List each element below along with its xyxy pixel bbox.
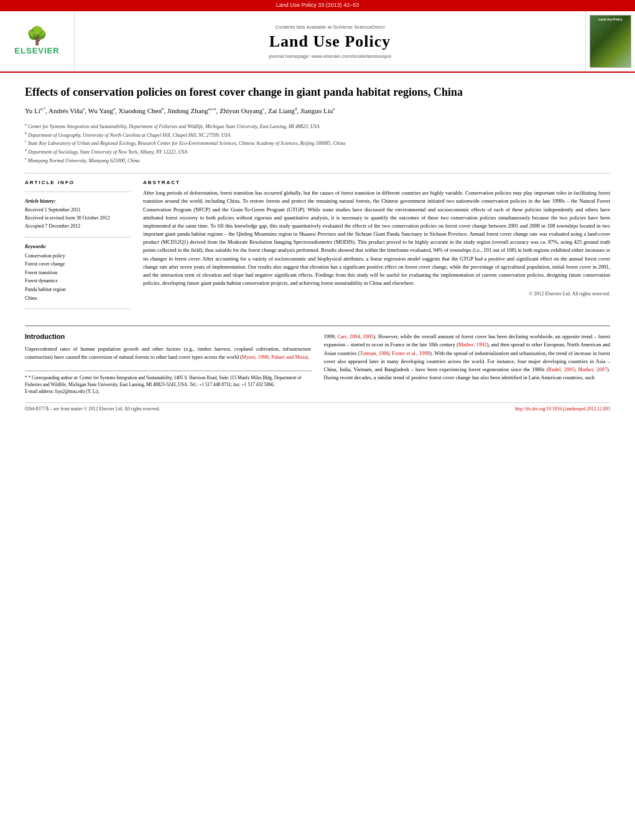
- intro-heading: Introduction: [25, 333, 312, 340]
- paper-title: Effects of conservation policies on fore…: [25, 85, 610, 99]
- abstract-col: ABSTRACT After long periods of deforesta…: [143, 180, 610, 315]
- introduction-cols: Introduction Unprecedented rates of huma…: [25, 333, 610, 395]
- mather-2007-link[interactable]: Mather, 2007: [578, 366, 607, 372]
- sciverse-line: Contents lists available at SciVerse Sci…: [81, 24, 579, 30]
- cover-image: Land Use Policy: [590, 15, 631, 68]
- keyword-1: Conservation policy: [25, 252, 131, 261]
- cover-title-text: Land Use Policy: [598, 17, 623, 21]
- bottom-bar: 0264-8377/$ – see front matter © 2012 El…: [25, 402, 610, 412]
- abstract-text: After long periods of deforestation, for…: [143, 189, 610, 287]
- carr-2005-link[interactable]: 2005: [363, 333, 374, 339]
- affiliation-d: d Department of Sociology, State Univers…: [25, 147, 610, 156]
- article-info-heading: ARTICLE INFO: [25, 180, 131, 185]
- bottom-divider: [25, 325, 610, 326]
- elsevier-logo: 🌳 ELSEVIER: [0, 11, 75, 72]
- intro-left-col: Introduction Unprecedented rates of huma…: [25, 333, 312, 395]
- keyword-6: China: [25, 294, 131, 303]
- affiliation-a: a Center for Systems Integration and Sus…: [25, 122, 610, 131]
- affiliations: a Center for Systems Integration and Sus…: [25, 122, 610, 164]
- header-area: 🌳 ELSEVIER Contents lists available at S…: [0, 10, 635, 73]
- divider-left-mid: [25, 237, 131, 238]
- article-info-abstract-cols: ARTICLE INFO Article history: Received 1…: [25, 180, 610, 315]
- myers-link[interactable]: Myers, 1990: [242, 354, 269, 360]
- history-label: Article history:: [25, 198, 131, 204]
- copyright-line: © 2012 Elsevier Ltd. All rights reserved…: [143, 291, 610, 297]
- keyword-2: Forest cover change: [25, 260, 131, 269]
- keyword-3: Forest transition: [25, 269, 131, 277]
- abstract-heading: ABSTRACT: [143, 180, 610, 185]
- journal-bar: Land Use Policy 33 (2013) 42–53: [0, 0, 635, 10]
- divider-left-top: [25, 192, 131, 192]
- footnote-area: * * Corresponding author at: Center for …: [25, 371, 312, 395]
- doi-link[interactable]: http://dx.doi.org/10.1016/j.landusepol.2…: [515, 406, 610, 412]
- accepted-line: Accepted 7 December 2012: [25, 223, 131, 231]
- journal-homepage: journal homepage: www.elsevier.com/locat…: [81, 53, 579, 59]
- intro-right-col: 1999; Carr, 2004, 2005). However, while …: [324, 333, 611, 395]
- affiliation-e: e Mianyang Normal University, Mianyang 6…: [25, 156, 610, 165]
- mather-1992-link[interactable]: Mather, 1992: [458, 341, 487, 348]
- totman-link[interactable]: Totman, 1986: [360, 350, 389, 356]
- divider-left-bot: [25, 308, 131, 309]
- affiliation-c: c State Key Laboratory of Urban and Regi…: [25, 139, 610, 147]
- keywords-label: Keywords:: [25, 244, 131, 249]
- divider-1: [25, 173, 610, 173]
- carr-2004-link[interactable]: Carr, 2004: [337, 333, 359, 339]
- main-content: Effects of conservation policies on fore…: [0, 73, 635, 424]
- tree-icon: 🌳: [26, 27, 48, 45]
- article-info-col: ARTICLE INFO Article history: Received 1…: [25, 180, 131, 315]
- footnote-email: E-mail address: liyu2@msu.edu (Y. Li).: [25, 388, 312, 395]
- journal-main-title: Land Use Policy: [81, 32, 579, 51]
- journal-title-block: Contents lists available at SciVerse Sci…: [75, 11, 585, 72]
- authors-line: Yu Lia,*, Andrés Viñaa, Wu Yanga, Xiaodo…: [25, 106, 610, 117]
- foster-link[interactable]: Foster et al., 1998: [392, 350, 430, 356]
- keyword-5: Panda habitat region: [25, 285, 131, 294]
- pahari-link[interactable]: Pahari and Murai,: [271, 354, 309, 360]
- issn-text: 0264-8377/$ – see front matter © 2012 El…: [25, 406, 160, 412]
- footnote-star: * * Corresponding author at: Center for …: [25, 374, 312, 389]
- received-line: Received 1 September 2011: [25, 206, 131, 215]
- keyword-4: Forest dynamics: [25, 277, 131, 285]
- intro-right-text: 1999; Carr, 2004, 2005). However, while …: [324, 333, 611, 382]
- journal-bar-text: Land Use Policy 33 (2013) 42–53: [276, 2, 359, 8]
- revised-line: Received in revised form 30 October 2012: [25, 215, 131, 223]
- intro-left-text: Unprecedented rates of human population …: [25, 345, 312, 361]
- journal-cover: Land Use Policy: [585, 11, 635, 72]
- rudel-link[interactable]: Rudel, 2005: [549, 366, 575, 372]
- elsevier-name: ELSEVIER: [14, 46, 59, 55]
- affiliation-b: b Department of Geography, University of…: [25, 131, 610, 139]
